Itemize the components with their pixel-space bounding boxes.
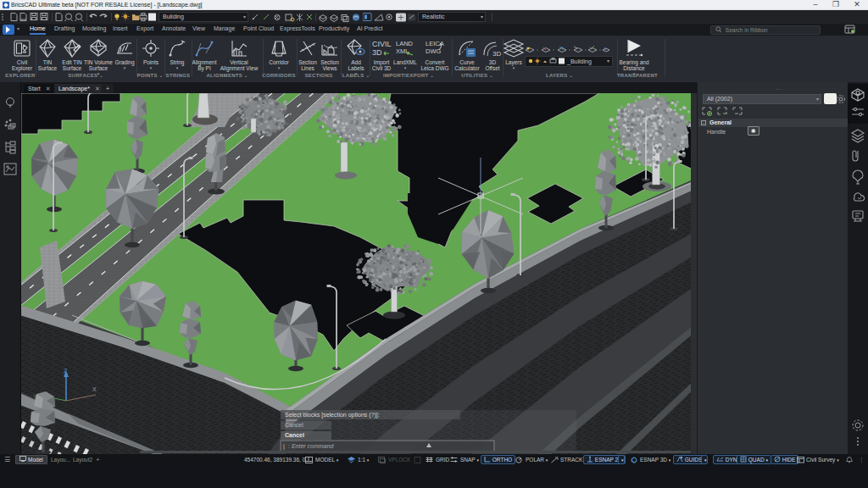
svg-text:DWG: DWG xyxy=(426,47,441,55)
svg-text:LAND: LAND xyxy=(396,40,414,47)
svg-text:Z: Z xyxy=(64,368,68,374)
svg-text:CIVIL: CIVIL xyxy=(372,40,392,48)
svg-text:Cancel: Cancel xyxy=(285,432,304,438)
svg-text:: Enter command: : Enter command xyxy=(288,443,334,449)
svg-text:Cancel: Cancel xyxy=(285,422,303,428)
svg-text:XML: XML xyxy=(396,47,409,55)
svg-text:3D: 3D xyxy=(372,48,382,57)
svg-text:|: | xyxy=(283,443,285,450)
svg-text:Select blocks [selection optio: Select blocks [selection options (?)]: xyxy=(285,412,380,419)
svg-text:X: X xyxy=(92,386,97,392)
svg-text:_Building: _Building xyxy=(566,58,592,65)
